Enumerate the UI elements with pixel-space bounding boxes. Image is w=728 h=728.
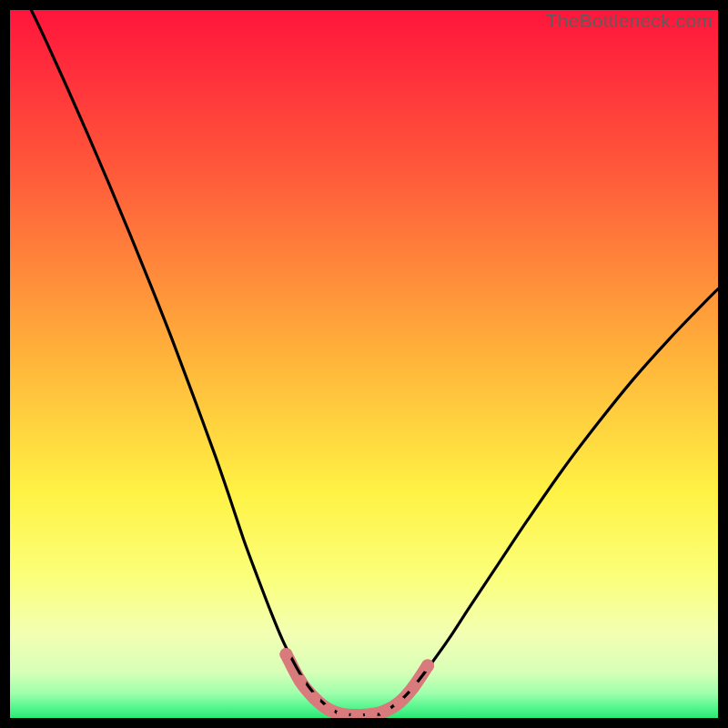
trough-marker-dot bbox=[308, 692, 321, 704]
trough-marker-dot bbox=[421, 659, 434, 672]
trough-marker-dot bbox=[379, 704, 391, 717]
trough-marker-dot bbox=[322, 703, 335, 716]
chart-frame: TheBottleneck.com bbox=[10, 10, 718, 718]
trough-marker-dot bbox=[407, 681, 420, 693]
trough-marker-dot bbox=[294, 675, 307, 688]
chart-canvas bbox=[10, 10, 718, 718]
trough-marker-dot bbox=[393, 696, 406, 709]
gradient-background bbox=[10, 10, 718, 718]
watermark-text: TheBottleneck.com bbox=[546, 10, 713, 32]
trough-marker-dot bbox=[279, 648, 292, 661]
